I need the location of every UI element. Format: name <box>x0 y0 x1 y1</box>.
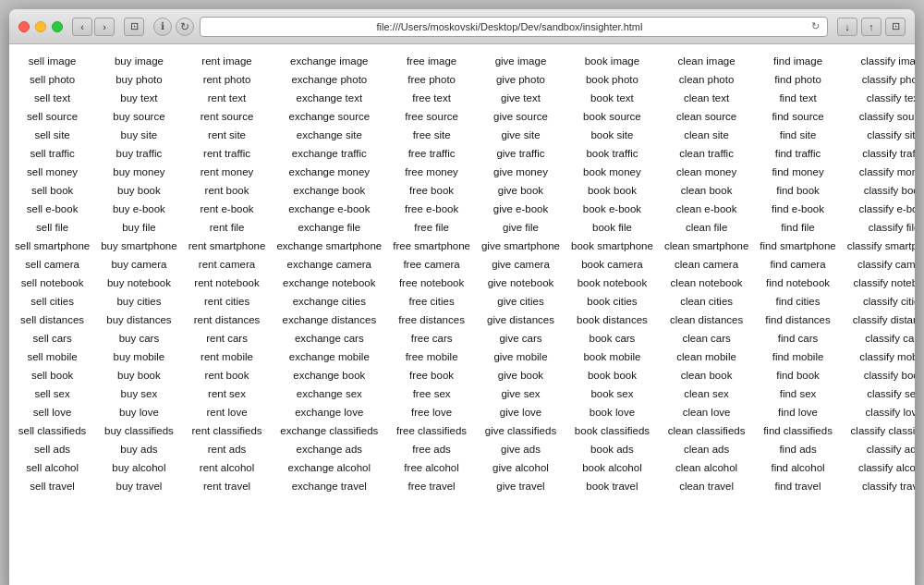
table-cell: classify book <box>842 366 915 384</box>
table-row: sell photobuy photorent photoexchange ph… <box>9 70 915 89</box>
table-cell: rent photo <box>183 70 272 89</box>
resize-button[interactable]: ⊡ <box>885 18 906 36</box>
table-cell: classify sex <box>842 384 915 403</box>
table-cell: exchange travel <box>271 477 387 495</box>
table-cell: classify text <box>842 89 915 107</box>
table-cell: clean classifieds <box>659 421 754 440</box>
table-row: sell textbuy textrent textexchange textf… <box>9 89 915 107</box>
table-cell: buy classifieds <box>95 421 182 440</box>
table-row: sell smartphonebuy smartphonerent smartp… <box>9 237 915 255</box>
table-cell: classify distances <box>842 311 915 329</box>
table-cell: clean money <box>659 163 754 181</box>
table-cell: clean site <box>659 126 754 144</box>
table-cell: find distances <box>754 311 841 329</box>
table-cell: sell alcohol <box>9 458 95 477</box>
table-cell: give traffic <box>476 144 565 163</box>
table-cell: exchange cities <box>271 292 387 311</box>
table-cell: buy mobile <box>95 347 182 366</box>
table-cell: clean sex <box>659 384 754 403</box>
reload-button[interactable]: ↻ <box>176 18 194 36</box>
table-row: sell carsbuy carsrent carsexchange carsf… <box>9 329 915 347</box>
table-cell: rent ads <box>183 440 272 458</box>
table-cell: sell classifieds <box>9 421 95 440</box>
table-cell: book source <box>565 107 659 126</box>
table-cell: classify traffic <box>842 144 915 163</box>
table-cell: exchange classifieds <box>271 421 387 440</box>
minimize-button[interactable] <box>35 21 46 32</box>
download-button[interactable]: ↓ <box>837 18 857 36</box>
share-button[interactable]: ↑ <box>861 18 881 36</box>
table-cell: free traffic <box>387 144 476 163</box>
info-button[interactable]: ℹ <box>153 18 172 36</box>
table-cell: rent image <box>183 52 272 70</box>
table-cell: buy book <box>95 181 182 200</box>
table-cell: clean cities <box>659 292 754 311</box>
table-cell: buy sex <box>95 384 182 403</box>
table-cell: clean distances <box>659 311 754 329</box>
table-cell: classify cities <box>842 292 915 311</box>
table-cell: classify smartphone <box>842 237 915 255</box>
table-cell: find sex <box>754 384 841 403</box>
table-cell: give camera <box>476 255 565 274</box>
table-row: sell filebuy filerent fileexchange filef… <box>9 218 915 237</box>
table-cell: clean book <box>659 366 754 384</box>
table-cell: book classifieds <box>565 421 659 440</box>
table-cell: sell photo <box>9 70 95 89</box>
tab-button[interactable]: ⊡ <box>124 18 144 36</box>
table-cell: exchange money <box>271 163 387 181</box>
table-cell: sell source <box>9 107 95 126</box>
table-cell: exchange text <box>271 89 387 107</box>
table-cell: give distances <box>476 311 565 329</box>
table-cell: free money <box>387 163 476 181</box>
table-cell: sell book <box>9 366 95 384</box>
url-bar[interactable]: file:///Users/moskovski/Desktop/Dev/sand… <box>200 17 828 37</box>
table-cell: classify image <box>842 52 915 70</box>
table-cell: buy alcohol <box>95 458 182 477</box>
close-button[interactable] <box>18 21 30 32</box>
table-cell: clean travel <box>659 477 754 495</box>
table-row: sell sourcebuy sourcerent sourceexchange… <box>9 107 915 126</box>
right-controls: ↓ ↑ ⊡ <box>837 18 906 36</box>
table-cell: book camera <box>565 255 659 274</box>
table-cell: give book <box>476 181 565 200</box>
table-row: sell bookbuy bookrent bookexchange bookf… <box>9 181 915 200</box>
table-cell: sell travel <box>9 477 95 495</box>
table-cell: classify file <box>842 218 915 237</box>
table-row: sell notebookbuy notebookrent notebookex… <box>9 274 915 292</box>
table-cell: free sex <box>387 384 476 403</box>
table-cell: classify cars <box>842 329 915 347</box>
table-cell: sell smartphone <box>9 237 95 255</box>
table-cell: buy travel <box>95 477 182 495</box>
table-cell: find site <box>754 126 841 144</box>
table-cell: rent cities <box>183 292 272 311</box>
reload-icon: ↻ <box>811 20 820 32</box>
table-cell: exchange smartphone <box>271 237 387 255</box>
table-cell: free mobile <box>387 347 476 366</box>
table-cell: exchange distances <box>271 311 387 329</box>
table-cell: find love <box>754 403 841 421</box>
back-button[interactable]: ‹ <box>72 18 92 36</box>
table-cell: clean notebook <box>659 274 754 292</box>
table-cell: clean photo <box>659 70 754 89</box>
table-cell: exchange book <box>271 181 387 200</box>
table-cell: find file <box>754 218 841 237</box>
table-cell: book love <box>565 403 659 421</box>
table-cell: buy traffic <box>95 144 182 163</box>
table-cell: clean source <box>659 107 754 126</box>
table-cell: classify alcohol <box>842 458 915 477</box>
table-cell: exchange book <box>271 366 387 384</box>
table-cell: buy photo <box>95 70 182 89</box>
table-cell: exchange mobile <box>271 347 387 366</box>
table-cell: find classifieds <box>754 421 841 440</box>
table-cell: sell mobile <box>9 347 95 366</box>
table-cell: give site <box>476 126 565 144</box>
browser-window: ‹ › ⊡ ℹ ↻ file:///Users/moskovski/Deskto… <box>9 9 915 585</box>
table-cell: buy text <box>95 89 182 107</box>
table-cell: classify travel <box>842 477 915 495</box>
table-cell: clean smartphone <box>659 237 754 255</box>
table-row: sell imagebuy imagerent imageexchange im… <box>9 52 915 70</box>
table-cell: book book <box>565 366 659 384</box>
table-cell: find notebook <box>754 274 841 292</box>
forward-button[interactable]: › <box>94 18 115 36</box>
maximize-button[interactable] <box>52 21 63 32</box>
